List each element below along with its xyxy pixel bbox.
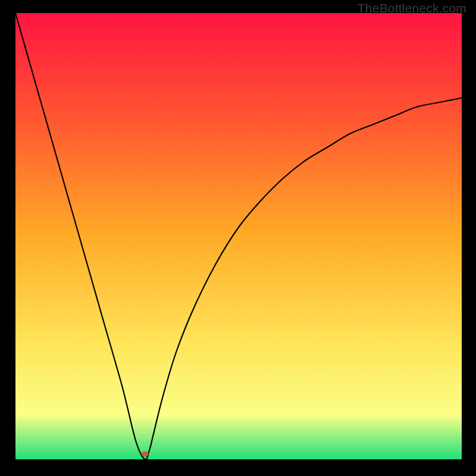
gradient-background — [15, 13, 462, 459]
plot-area — [15, 13, 462, 459]
minimum-marker — [142, 452, 149, 457]
chart-svg — [15, 13, 462, 459]
chart-root: TheBottleneck.com — [0, 0, 476, 476]
